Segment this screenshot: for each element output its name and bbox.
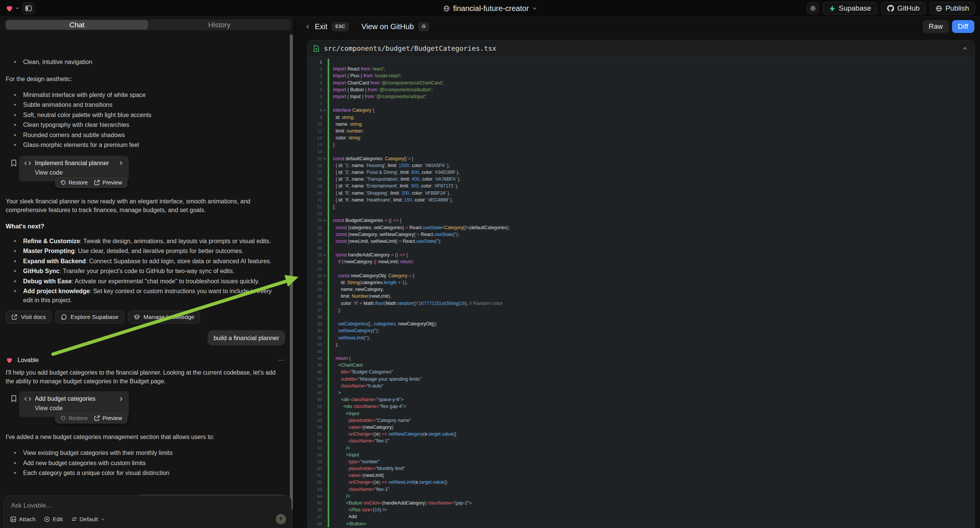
- line-number: 59: [308, 458, 322, 465]
- visit-docs-button[interactable]: Visit docs: [6, 310, 51, 323]
- line-number: 36: [308, 300, 322, 307]
- tab-chat[interactable]: Chat: [6, 20, 148, 30]
- line-number: 9: [308, 114, 322, 121]
- code-text: [329, 210, 333, 217]
- edit-button[interactable]: Edit: [44, 516, 63, 523]
- code-line: 37 };: [308, 307, 974, 313]
- attach-button[interactable]: Attach: [10, 516, 36, 523]
- line-number: 33: [308, 279, 322, 286]
- view-code-link[interactable]: View code: [35, 169, 124, 176]
- fold-gutter: [322, 128, 328, 134]
- file-header[interactable]: src/components/budget/BudgetCategories.t…: [308, 41, 974, 56]
- explore-supabase-button[interactable]: Explore Supabase: [55, 310, 124, 323]
- fold-chevron-icon[interactable]: ▾: [322, 107, 328, 114]
- code-line: 39 setCategories([...categories, newCate…: [308, 320, 974, 327]
- list-item: Minimalist interface with plenty of whit…: [18, 91, 283, 100]
- diff-view-button[interactable]: Diff: [952, 20, 974, 33]
- chat-heading: What's next?: [6, 222, 285, 231]
- suggestion-buttons: Visit docsExplore SupabaseManage knowled…: [6, 310, 285, 323]
- fold-gutter: [322, 114, 328, 121]
- view-code-link[interactable]: View code: [35, 405, 124, 412]
- project-switcher[interactable]: financial-future-creator: [443, 0, 537, 17]
- fold-chevron-icon[interactable]: ▾: [322, 155, 328, 162]
- github-button[interactable]: GitHub: [881, 2, 926, 15]
- lovable-logo-icon[interactable]: [5, 4, 19, 13]
- code-text: subtitle="Manage your spending limits": [329, 376, 422, 383]
- supabase-button[interactable]: Supabase: [823, 2, 877, 15]
- line-number: 60: [308, 465, 322, 472]
- chevron-left-icon[interactable]: [305, 24, 310, 29]
- fold-gutter: [322, 486, 328, 493]
- message-menu-button[interactable]: ⋯: [278, 356, 285, 364]
- model-selector[interactable]: Default: [71, 516, 105, 523]
- fold-gutter: [322, 437, 328, 444]
- chat-input[interactable]: [10, 501, 285, 511]
- publish-button[interactable]: Publish: [930, 2, 975, 15]
- code-line: 19 { id: '4', name: 'Entertainment', lim…: [308, 183, 974, 189]
- preview-button[interactable]: Preview: [94, 180, 123, 186]
- line-number: 8: [308, 107, 322, 114]
- list-item: Master Prompting: Use clear, detailed, a…: [18, 247, 283, 256]
- line-number: 32: [308, 272, 322, 279]
- code-content[interactable]: 12import React from 'react';3import { Pl…: [308, 57, 974, 528]
- collapse-chevron-icon[interactable]: [962, 46, 967, 51]
- bookmark-icon[interactable]: [11, 395, 17, 402]
- tab-history[interactable]: History: [148, 20, 291, 30]
- code-line: 28: [308, 245, 974, 251]
- line-number: 23: [308, 210, 322, 217]
- fold-gutter: [322, 93, 328, 100]
- code-text: setNewLimit('');: [329, 334, 370, 341]
- code-line: 53 placeholder="Category name": [308, 417, 974, 424]
- fold-chevron-icon[interactable]: ▾: [322, 251, 328, 258]
- fold-gutter: [322, 59, 328, 65]
- line-number: 3: [308, 72, 322, 79]
- code-text: setCategories([...categories, newCategor…: [329, 320, 438, 327]
- exit-button[interactable]: Exit: [315, 22, 327, 31]
- code-text: />: [329, 445, 350, 452]
- code-line: 63 className="flex-1": [308, 486, 974, 493]
- code-line: 64 />: [308, 493, 974, 499]
- line-number: 38: [308, 313, 322, 320]
- chat-scrollbar[interactable]: [290, 35, 293, 510]
- code-line: 59 type="number": [308, 458, 974, 465]
- line-number: 57: [308, 445, 322, 452]
- code-text: color: string;: [329, 134, 361, 141]
- code-line: 62 onChange={(e) => setNewLimit(e.target…: [308, 479, 974, 485]
- fold-chevron-icon[interactable]: ▾: [322, 272, 328, 279]
- line-number: 10: [308, 121, 322, 128]
- fold-chevron-icon[interactable]: ▾: [322, 217, 328, 224]
- fold-gutter: [322, 121, 328, 128]
- version-card-wrap: Implement financial plannerView codeRest…: [6, 156, 285, 188]
- restore-button[interactable]: Restore: [60, 415, 88, 421]
- restore-button[interactable]: Restore: [60, 180, 88, 186]
- restore-icon: [60, 180, 66, 185]
- raw-view-button[interactable]: Raw: [923, 20, 949, 33]
- fold-gutter: [322, 86, 328, 93]
- line-number: 62: [308, 479, 322, 485]
- fold-gutter: [322, 320, 328, 327]
- manage-knowledge-button[interactable]: Manage knowledge: [128, 310, 200, 323]
- list-item: GitHub Sync: Transfer your project's cod…: [18, 267, 283, 276]
- send-button[interactable]: [276, 514, 286, 524]
- fold-gutter: [322, 383, 328, 390]
- view-on-github-button[interactable]: View on GitHub G: [361, 22, 429, 31]
- code-text: <Plus size={16} />: [329, 506, 387, 513]
- settings-button[interactable]: [807, 2, 819, 14]
- fold-gutter: [322, 520, 328, 527]
- code-line: 45 <ChartCard: [308, 362, 974, 369]
- code-text: limit: Number(newLimit),: [329, 293, 391, 300]
- code-line: 29▾ const handleAddCategory = () => {: [308, 251, 974, 258]
- fold-gutter: [322, 513, 328, 520]
- chevron-down-icon: [532, 6, 537, 11]
- fold-gutter: [322, 266, 328, 272]
- preview-button[interactable]: Preview: [94, 415, 123, 421]
- code-text: type="number": [329, 458, 380, 465]
- chat-bubble-icon: [61, 314, 67, 320]
- code-text: { id: '1', name: 'Housing', limit: 1500,…: [329, 162, 450, 169]
- list-item: Refine & Customize: Tweak the design, an…: [18, 237, 283, 246]
- toggle-sidebar-button[interactable]: [22, 2, 35, 14]
- code-text: <ChartCard: [329, 362, 363, 369]
- bookmark-icon[interactable]: [11, 159, 17, 167]
- chevron-right-icon: [119, 161, 124, 165]
- graduation-cap-icon: [134, 314, 140, 320]
